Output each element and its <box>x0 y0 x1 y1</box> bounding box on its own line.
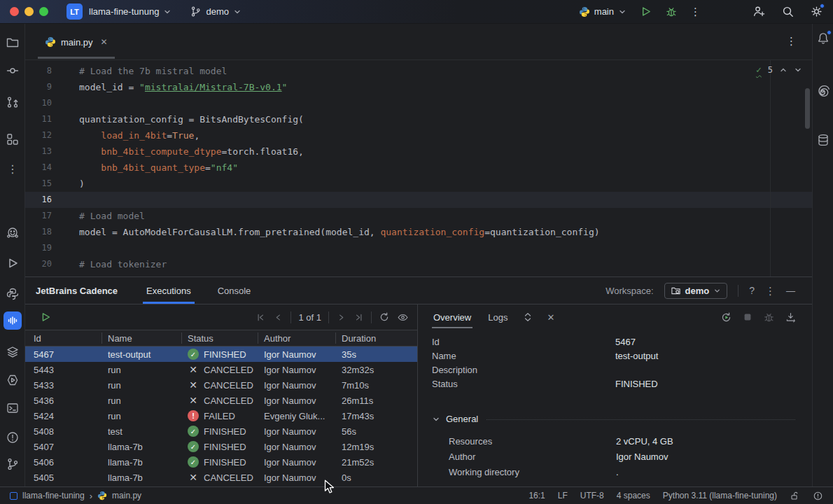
start-execution-button[interactable] <box>39 311 52 323</box>
next-page-icon[interactable] <box>336 312 346 323</box>
settings-gear-icon[interactable] <box>810 5 823 18</box>
tab-console[interactable]: Console <box>214 277 255 304</box>
prev-problem-icon[interactable] <box>779 66 788 74</box>
breadcrumb-file[interactable]: main.py <box>112 491 141 500</box>
line-number[interactable]: 12 <box>25 127 56 144</box>
code-line-19[interactable]: 19 <box>25 240 812 256</box>
code-line-11[interactable]: 11quantization_config = BitsAndBytesConf… <box>25 111 812 127</box>
code-line-8[interactable]: 8# Load the 7b mistral model <box>25 63 812 79</box>
column-header-duration[interactable]: Duration <box>342 330 417 346</box>
indent-setting[interactable]: 4 spaces <box>617 491 650 500</box>
code-line-18[interactable]: 18model = AutoModelForCausalLM.from_pret… <box>25 224 812 240</box>
fullscreen-window-button[interactable] <box>39 7 48 16</box>
code-line-15[interactable]: 15) <box>25 176 812 192</box>
inspections-widget[interactable]: ✓ 5 <box>756 64 802 75</box>
tab-options-icon[interactable]: ⋮ <box>786 35 797 48</box>
execution-row-5433[interactable]: 5433run✕CANCELEDIgor Naumov7m10s <box>25 377 417 393</box>
project-folder-icon[interactable] <box>6 36 20 50</box>
notifications-bell-icon[interactable] <box>816 31 830 46</box>
python-console-icon[interactable] <box>6 373 20 387</box>
code-editor[interactable]: 8# Load the 7b mistral model9model_id = … <box>25 60 812 276</box>
readonly-lock-icon[interactable] <box>790 491 800 501</box>
problems-indicator-icon[interactable] <box>813 491 823 501</box>
workspace-selector[interactable]: demo <box>664 283 728 299</box>
first-page-icon[interactable] <box>255 312 266 323</box>
search-icon[interactable] <box>781 5 794 18</box>
code-line-12[interactable]: 12 load_in_4bit=True, <box>25 127 812 144</box>
run-configuration-selector[interactable]: main <box>579 6 626 18</box>
column-header-author[interactable]: Author <box>264 330 342 346</box>
services-layers-icon[interactable] <box>6 345 20 359</box>
column-header-status[interactable]: Status <box>188 330 264 346</box>
line-number[interactable]: 20 <box>25 256 56 272</box>
line-number[interactable]: 9 <box>25 79 56 95</box>
line-number[interactable]: 14 <box>25 160 56 176</box>
python-interpreter[interactable]: Python 3.11 (llama-fine-tuning) <box>663 491 777 500</box>
code-line-16[interactable]: 16 <box>25 192 812 208</box>
code-line-17[interactable]: 17# Load model <box>25 208 812 224</box>
line-number[interactable]: 8 <box>25 63 56 79</box>
last-page-icon[interactable] <box>354 312 364 323</box>
execution-row-5424[interactable]: 5424run!FAILEDEvgeniy Gluk...17m43s <box>25 408 417 424</box>
code-line-10[interactable]: 10 <box>25 95 812 111</box>
column-header-id[interactable]: Id <box>34 330 108 346</box>
python-packages-icon[interactable] <box>6 287 20 301</box>
line-separator[interactable]: LF <box>558 491 568 500</box>
tab-overview[interactable]: Overview <box>432 307 472 328</box>
close-window-button[interactable] <box>10 7 19 16</box>
minimize-window-button[interactable] <box>24 7 34 16</box>
code-line-13[interactable]: 13 bnb_4bit_compute_dtype=torch.float16, <box>25 144 812 160</box>
line-number[interactable]: 11 <box>25 111 56 127</box>
line-number[interactable]: 10 <box>25 95 56 111</box>
editor-scrollbar[interactable] <box>805 88 810 129</box>
hide-tool-window-button[interactable]: — <box>786 286 795 295</box>
collapse-section-icon[interactable] <box>432 415 440 424</box>
help-button[interactable]: ? <box>749 286 755 295</box>
execution-row-5443[interactable]: 5443run✕CANCELEDIgor Naumov32m32s <box>25 362 417 377</box>
hugging-face-icon[interactable] <box>6 226 20 240</box>
more-tool-windows-icon[interactable]: ⋮ <box>6 162 20 176</box>
terminal-icon[interactable] <box>6 401 20 415</box>
watch-eye-icon[interactable] <box>397 312 409 323</box>
expand-collapse-icon[interactable] <box>523 312 533 323</box>
execution-row-5467[interactable]: 5467test-output✓FINISHEDIgor Naumov35s <box>25 346 417 362</box>
line-number[interactable]: 18 <box>25 224 56 240</box>
file-encoding[interactable]: UTF-8 <box>580 491 604 500</box>
execution-row-5405[interactable]: 5405llama-7b✕CANCELEDIgor Naumov0s <box>25 470 417 485</box>
close-tab-icon[interactable]: ✕ <box>101 37 108 47</box>
close-details-icon[interactable]: ✕ <box>547 313 554 322</box>
tab-logs[interactable]: Logs <box>486 307 509 328</box>
commit-icon[interactable] <box>6 64 20 78</box>
ai-assistant-icon[interactable] <box>816 84 830 98</box>
caret-position[interactable]: 16:1 <box>528 491 545 500</box>
line-number[interactable]: 19 <box>25 240 56 256</box>
run-button[interactable] <box>639 5 652 18</box>
column-header-name[interactable]: Name <box>108 330 188 346</box>
line-number[interactable]: 13 <box>25 144 56 160</box>
database-icon[interactable] <box>816 133 830 147</box>
breadcrumb-project[interactable]: llama-fine-tuning <box>22 491 85 500</box>
git-graph-icon[interactable] <box>6 95 20 109</box>
editor-tab-main-py[interactable]: main.py ✕ <box>38 30 115 54</box>
code-line-9[interactable]: 9model_id = "mistralai/Mistral-7B-v0.1" <box>25 79 812 95</box>
rerun-execution-button[interactable] <box>720 312 732 323</box>
tool-window-options-icon[interactable]: ⋮ <box>765 286 776 296</box>
version-control-icon[interactable] <box>6 457 20 471</box>
cadence-tool-window-icon-active[interactable] <box>4 312 22 330</box>
plugins-blocks-icon[interactable] <box>6 132 20 146</box>
line-number[interactable]: 16 <box>25 192 56 208</box>
prev-page-icon[interactable] <box>273 312 284 323</box>
project-selector[interactable]: llama-fine-tunung <box>89 6 172 17</box>
execution-row-5408[interactable]: 5408test✓FINISHEDIgor Naumov56s <box>25 424 417 439</box>
add-user-button[interactable] <box>752 5 766 18</box>
stop-execution-button[interactable] <box>742 312 753 323</box>
run-tool-window-icon[interactable] <box>6 256 20 270</box>
tab-executions[interactable]: Executions <box>143 277 195 304</box>
next-problem-icon[interactable] <box>794 66 802 74</box>
line-number[interactable]: 17 <box>25 208 56 224</box>
code-line-14[interactable]: 14 bnb_4bit_quant_type="nf4" <box>25 160 812 176</box>
refresh-icon[interactable] <box>379 312 390 323</box>
debug-execution-button[interactable] <box>763 312 775 323</box>
debug-button[interactable] <box>665 6 678 18</box>
execution-row-5407[interactable]: 5407llama-7b✓FINISHEDIgor Naumov12m19s <box>25 439 417 454</box>
